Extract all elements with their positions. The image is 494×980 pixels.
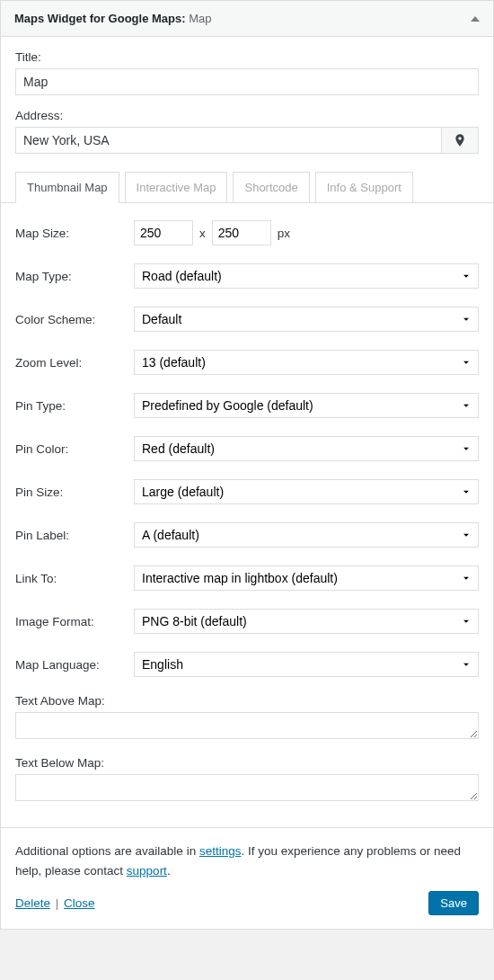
pin-size-row: Pin Size: Large (default): [15, 478, 479, 505]
map-type-row: Map Type: Road (default): [15, 263, 479, 290]
footer-links: Delete | Close Save: [15, 891, 479, 915]
pin-type-row: Pin Type: Predefined by Google (default): [15, 392, 479, 419]
widget-container: Maps Widget for Google Maps: Map Title: …: [0, 0, 494, 930]
map-size-control: x px: [134, 220, 479, 245]
zoom-level-label: Zoom Level:: [15, 356, 134, 370]
map-type-label: Map Type:: [15, 270, 134, 283]
title-field-group: Title:: [15, 50, 479, 95]
pin-color-select[interactable]: Red (default): [134, 436, 479, 461]
pin-label-select[interactable]: A (default): [134, 522, 479, 548]
settings-link[interactable]: settings: [199, 844, 242, 858]
address-label: Address:: [15, 109, 479, 122]
pin-label-row: Pin Label: A (default): [15, 521, 479, 548]
pin-color-row: Pin Color: Red (default): [15, 435, 479, 462]
link-divider: |: [56, 896, 59, 910]
footer-text3: .: [167, 864, 171, 878]
footer-left-links: Delete | Close: [15, 894, 95, 913]
collapse-icon[interactable]: [471, 16, 480, 22]
widget-body: Title: Address: Thumbnail Map Interactiv…: [1, 37, 493, 827]
tab-interactive-map[interactable]: Interactive Map: [125, 172, 228, 203]
widget-title-sub: Map: [189, 12, 211, 25]
title-input[interactable]: [15, 68, 479, 95]
zoom-level-select[interactable]: 13 (default): [134, 350, 479, 375]
pin-type-select[interactable]: Predefined by Google (default): [134, 393, 479, 418]
widget-title: Maps Widget for Google Maps: Map: [14, 12, 211, 25]
map-size-row: Map Size: x px: [15, 219, 479, 246]
link-to-row: Link To: Interactive map in lightbox (de…: [15, 565, 479, 592]
close-link[interactable]: Close: [64, 896, 95, 910]
map-language-row: Map Language: English: [15, 651, 479, 678]
title-label: Title:: [15, 50, 479, 64]
pin-color-label: Pin Color:: [15, 442, 134, 456]
pin-size-label: Pin Size:: [15, 486, 134, 499]
save-button[interactable]: Save: [428, 891, 479, 915]
widget-footer: Additional options are available in sett…: [1, 827, 493, 929]
address-pin-button[interactable]: [441, 127, 479, 154]
support-link[interactable]: support: [127, 864, 167, 878]
link-to-label: Link To:: [15, 572, 134, 585]
tab-panel-thumbnail: Map Size: x px Map Type: Road (default) …: [1, 202, 493, 827]
tab-thumbnail-map[interactable]: Thumbnail Map: [15, 172, 119, 203]
color-scheme-select[interactable]: Default: [134, 307, 479, 332]
tab-shortcode[interactable]: Shortcode: [233, 172, 309, 203]
map-width-input[interactable]: [134, 220, 193, 245]
tab-info-support[interactable]: Info & Support: [315, 172, 413, 203]
zoom-level-row: Zoom Level: 13 (default): [15, 349, 479, 376]
size-separator: x: [199, 227, 206, 240]
image-format-row: Image Format: PNG 8-bit (default): [15, 608, 479, 635]
pin-label-label: Pin Label:: [15, 529, 134, 542]
map-type-select[interactable]: Road (default): [134, 263, 479, 289]
map-height-input[interactable]: [212, 220, 271, 245]
image-format-label: Image Format:: [15, 615, 134, 628]
widget-header[interactable]: Maps Widget for Google Maps: Map: [1, 1, 493, 37]
text-above-group: Text Above Map:: [15, 694, 479, 742]
map-size-label: Map Size:: [15, 227, 134, 240]
color-scheme-row: Color Scheme: Default: [15, 306, 479, 333]
map-language-label: Map Language:: [15, 658, 134, 672]
image-format-select[interactable]: PNG 8-bit (default): [134, 609, 479, 634]
map-language-select[interactable]: English: [134, 652, 479, 677]
map-pin-icon: [453, 133, 467, 147]
footer-text1: Additional options are available in: [15, 844, 199, 858]
address-field-group: Address:: [15, 109, 479, 154]
link-to-select[interactable]: Interactive map in lightbox (default): [134, 566, 479, 591]
footer-help-text: Additional options are available in sett…: [15, 842, 479, 880]
widget-title-main: Maps Widget for Google Maps:: [14, 12, 186, 25]
size-unit: px: [278, 227, 290, 240]
pin-size-select[interactable]: Large (default): [134, 479, 479, 504]
address-row: [15, 127, 479, 154]
text-below-label: Text Below Map:: [15, 756, 479, 770]
address-input[interactable]: [15, 127, 441, 154]
pin-type-label: Pin Type:: [15, 399, 134, 413]
delete-link[interactable]: Delete: [15, 896, 50, 910]
text-below-input[interactable]: [15, 774, 479, 801]
color-scheme-label: Color Scheme:: [15, 313, 134, 326]
tabs: Thumbnail Map Interactive Map Shortcode …: [15, 172, 479, 203]
text-below-group: Text Below Map:: [15, 756, 479, 804]
text-above-label: Text Above Map:: [15, 694, 479, 708]
text-above-input[interactable]: [15, 712, 479, 739]
